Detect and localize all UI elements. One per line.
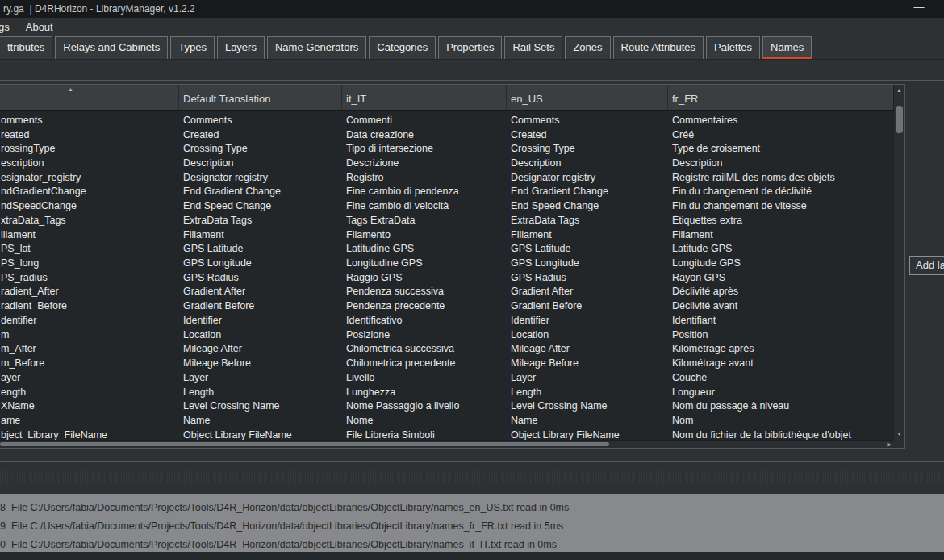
table-row[interactable]: PS_latGPS LatitudeLatitudine GPSGPS Lati… [0, 241, 893, 256]
table-cell[interactable]: Commentaires [668, 115, 893, 126]
table-cell[interactable]: Identifiant [668, 315, 893, 326]
table-cell[interactable]: Nome Passaggio a livello [342, 400, 507, 412]
vertical-scrollbar[interactable]: ▲ ▼ [893, 85, 904, 440]
table-cell[interactable]: Déclivité avant [668, 300, 893, 311]
table-cell[interactable]: Nom [668, 415, 893, 426]
table-cell[interactable]: bject_Library_FileName [0, 429, 179, 440]
table-cell[interactable]: Position [668, 329, 893, 341]
table-cell[interactable]: Tipo di intersezione [342, 143, 507, 154]
table-cell[interactable]: GPS Radius [179, 272, 342, 283]
table-cell[interactable]: xtraData_Tags [0, 215, 179, 226]
column-header-key[interactable] [0, 85, 179, 110]
table-cell[interactable]: Latitude GPS [668, 243, 893, 254]
table-cell[interactable]: Length [179, 387, 342, 398]
table-cell[interactable]: Déclivité après [668, 286, 893, 297]
table-cell[interactable]: Étiquettes extra [668, 215, 893, 226]
table-row[interactable]: ameNameNomeNameNom [0, 413, 893, 428]
table-cell[interactable]: XName [0, 400, 179, 412]
table-cell[interactable]: Gradient Before [179, 300, 342, 311]
table-cell[interactable]: End Gradient Change [507, 186, 668, 197]
tab-layers[interactable]: Layers [217, 36, 265, 59]
table-row[interactable]: radient_AfterGradient AfterPendenza succ… [0, 285, 893, 299]
table-cell[interactable]: Location [179, 329, 342, 341]
table-cell[interactable]: Name [179, 415, 342, 426]
table-cell[interactable]: Type de croisement [668, 143, 893, 154]
menu-item-gs[interactable]: gs [0, 18, 18, 36]
table-row[interactable]: radient_BeforeGradient BeforePendenza pr… [0, 299, 893, 313]
table-cell[interactable]: Lunghezza [342, 387, 507, 398]
table-cell[interactable]: omments [0, 115, 179, 126]
column-header-en-us[interactable]: en_US [507, 85, 668, 110]
table-cell[interactable]: File Libreria Simboli [342, 429, 507, 440]
tab-palettes[interactable]: Palettes [706, 36, 760, 59]
table-cell[interactable]: Registro [342, 172, 507, 183]
table-cell[interactable]: Filiament [179, 229, 342, 240]
table-row[interactable]: m_BeforeMileage BeforeChilometrica prece… [0, 356, 893, 370]
tab-properties[interactable]: Properties [438, 36, 502, 59]
table-cell[interactable]: iliament [0, 229, 179, 240]
table-cell[interactable]: Layer [507, 372, 668, 383]
table-cell[interactable]: Filiament [668, 229, 893, 240]
table-row[interactable]: escriptionDescriptionDescrizioneDescript… [0, 156, 893, 170]
tab-categories[interactable]: Categories [369, 36, 436, 59]
table-cell[interactable]: Gradient After [507, 286, 668, 297]
table-row[interactable]: reatedCreatedData creazioneCreatedCréé [0, 127, 893, 142]
table-cell[interactable]: escription [0, 157, 179, 169]
table-cell[interactable]: Designator registry [507, 172, 668, 183]
table-cell[interactable]: Filamento [342, 229, 507, 240]
table-row[interactable]: bject_Library_FileNameObject Library Fil… [0, 428, 893, 440]
table-cell[interactable]: Tags ExtraData [342, 215, 507, 226]
table-cell[interactable]: Description [668, 157, 893, 169]
table-cell[interactable]: Crossing Type [179, 143, 342, 154]
table-cell[interactable]: Crossing Type [507, 143, 668, 154]
scroll-right-icon[interactable]: ▶ [888, 441, 892, 448]
table-row[interactable]: mLocationPosizioneLocationPosition [0, 328, 893, 342]
table-cell[interactable]: Chilometrica precedente [342, 357, 507, 369]
minimize-icon[interactable]: — [905, 0, 933, 18]
table-cell[interactable]: Description [507, 157, 668, 169]
table-cell[interactable]: Latitudine GPS [342, 243, 507, 254]
table-cell[interactable]: Descrizione [342, 157, 507, 169]
table-cell[interactable]: Pendenza successiva [342, 286, 507, 297]
table-cell[interactable]: End Speed Change [179, 200, 342, 211]
table-cell[interactable]: Gradient After [179, 286, 342, 297]
horizontal-scrollbar-thumb[interactable] [0, 442, 609, 446]
table-cell[interactable]: Comments [179, 115, 342, 126]
table-cell[interactable]: Nom du fichier de la bibliothèque d'obje… [668, 429, 893, 440]
column-header-it-it[interactable]: it_IT [342, 85, 507, 110]
table-cell[interactable]: Nom du passage à niveau [668, 400, 893, 412]
table-cell[interactable]: Gradient Before [507, 300, 668, 311]
table-cell[interactable]: Mileage After [507, 343, 668, 354]
vertical-scrollbar-thumb[interactable] [896, 106, 903, 133]
table-cell[interactable]: Designator registry [179, 172, 342, 183]
table-row[interactable]: PS_longGPS LongitudeLongitudine GPSGPS L… [0, 256, 893, 270]
table-cell[interactable]: Registre railML des noms des objets [668, 172, 893, 183]
table-row[interactable]: dentifierIdentifierIdentificativoIdentif… [0, 313, 893, 328]
table-cell[interactable]: Comments [507, 115, 668, 126]
table-cell[interactable]: Layer [179, 372, 342, 383]
table-cell[interactable]: Chilometrica successiva [342, 343, 507, 354]
column-header-default-translation[interactable]: Default Translation [179, 85, 342, 110]
menu-item-about[interactable]: About [18, 18, 61, 36]
table-cell[interactable]: Commenti [342, 115, 507, 126]
table-cell[interactable]: GPS Longitude [179, 257, 342, 269]
table-cell[interactable]: m [0, 329, 179, 341]
tab-types[interactable]: Types [170, 36, 215, 59]
table-cell[interactable]: Posizione [342, 329, 507, 341]
table-cell[interactable]: Location [507, 329, 668, 341]
table-cell[interactable]: Kilométrage après [668, 343, 893, 354]
table-row[interactable]: xtraData_TagsExtraData TagsTags ExtraDat… [0, 213, 893, 228]
table-cell[interactable]: Object Library FileName [507, 429, 668, 440]
table-cell[interactable]: Fine cambio di pendenza [342, 186, 507, 197]
table-row[interactable]: PS_radiusGPS RadiusRaggio GPSGPS RadiusR… [0, 270, 893, 285]
table-cell[interactable]: Livello [342, 372, 507, 383]
table-row[interactable]: ommentsCommentsCommentiCommentsCommentai… [0, 113, 893, 127]
scroll-down-icon[interactable]: ▼ [894, 429, 904, 439]
table-cell[interactable]: Couche [668, 372, 893, 383]
table-cell[interactable]: esignator_registry [0, 172, 179, 183]
splitter-handle[interactable] [0, 471, 944, 483]
horizontal-scrollbar[interactable]: ▶ [0, 440, 893, 448]
table-cell[interactable]: Raggio GPS [342, 272, 507, 283]
table-cell[interactable]: reated [0, 129, 179, 140]
tab-zones[interactable]: Zones [565, 36, 610, 59]
